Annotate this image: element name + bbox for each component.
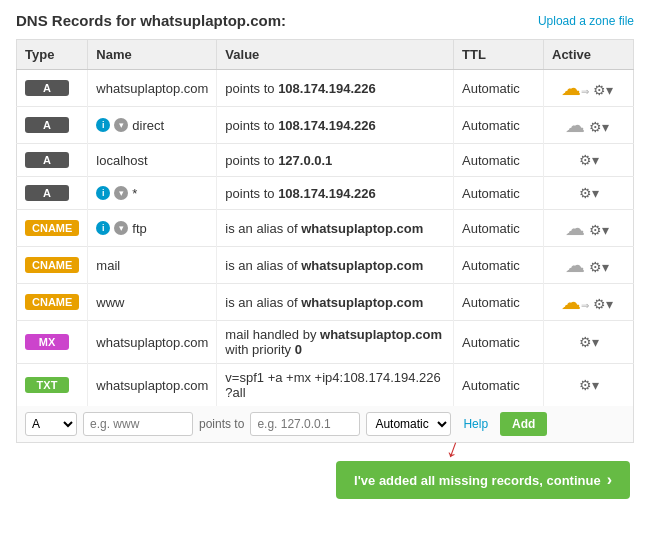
name-value: ftp	[132, 221, 146, 236]
expand-icon[interactable]: ▾	[114, 221, 128, 235]
name-cell-inner: whatsuplaptop.com	[96, 81, 208, 96]
cell-ttl: Automatic	[454, 70, 544, 107]
name-value: direct	[132, 118, 164, 133]
settings-button[interactable]: ⚙▾	[589, 294, 617, 314]
cell-active: ☁⚙▾	[544, 210, 634, 247]
cell-ttl: Automatic	[454, 247, 544, 284]
info-icon[interactable]: i	[96, 221, 110, 235]
type-badge: CNAME	[25, 220, 79, 236]
points-to-label: points to	[199, 417, 244, 431]
cloud-inactive-icon[interactable]: ☁	[565, 216, 585, 240]
name-cell-inner: www	[96, 295, 208, 310]
cloud-inactive-icon[interactable]: ☁	[565, 253, 585, 277]
settings-button[interactable]: ⚙▾	[585, 220, 613, 240]
upload-zone-link[interactable]: Upload a zone file	[538, 14, 634, 28]
col-header-name: Name	[88, 40, 217, 70]
cell-ttl: Automatic	[454, 177, 544, 210]
add-row-inner: A CNAME MX TXT points to Automatic ▾ 2 m…	[25, 412, 625, 436]
ttl-select[interactable]: Automatic ▾ 2 min 5 min	[366, 412, 451, 436]
name-cell-inner: mail	[96, 258, 208, 273]
value-line2: with priority 0	[225, 342, 445, 357]
table-row: Ai▾directpoints to 108.174.194.226Automa…	[17, 107, 634, 144]
value-text: points to 108.174.194.226	[225, 81, 375, 96]
settings-button[interactable]: ⚙▾	[575, 332, 603, 352]
cell-type: A	[17, 70, 88, 107]
cell-active: ☁⇒⚙▾	[544, 284, 634, 321]
cloud-active-icon[interactable]: ☁	[561, 76, 581, 100]
continue-arrow-icon: ›	[607, 471, 612, 489]
settings-button[interactable]: ⚙▾	[575, 150, 603, 170]
name-value: whatsuplaptop.com	[96, 81, 208, 96]
settings-button[interactable]: ⚙▾	[585, 257, 613, 277]
table-row: CNAMEi▾ftpis an alias of whatsuplaptop.c…	[17, 210, 634, 247]
cell-name: i▾direct	[88, 107, 217, 144]
cell-name: mail	[88, 247, 217, 284]
type-badge: A	[25, 117, 69, 133]
cell-type: A	[17, 177, 88, 210]
dns-table: Type Name Value TTL Active Awhatsuplapto…	[16, 39, 634, 443]
type-badge: MX	[25, 334, 69, 350]
value-text: points to 127.0.0.1	[225, 153, 332, 168]
cell-name: whatsuplaptop.com	[88, 321, 217, 364]
type-select[interactable]: A CNAME MX TXT	[25, 412, 77, 436]
continue-label: I've added all missing records, continue	[354, 473, 601, 488]
continue-button[interactable]: I've added all missing records, continue…	[336, 461, 630, 499]
cell-active: ⚙▾	[544, 321, 634, 364]
table-row: Alocalhostpoints to 127.0.0.1Automatic⚙▾	[17, 144, 634, 177]
name-value: whatsuplaptop.com	[96, 378, 208, 393]
settings-button[interactable]: ⚙▾	[575, 375, 603, 395]
cell-ttl: Automatic	[454, 210, 544, 247]
value-bold: 108.174.194.226	[278, 118, 376, 133]
value-bold: whatsuplaptop.com	[301, 258, 423, 273]
cell-value: mail handled by whatsuplaptop.comwith pr…	[217, 321, 454, 364]
cell-active: ⚙▾	[544, 144, 634, 177]
col-header-value: Value	[217, 40, 454, 70]
add-button[interactable]: Add	[500, 412, 547, 436]
value-text: is an alias of whatsuplaptop.com	[225, 221, 423, 236]
expand-icon[interactable]: ▾	[114, 118, 128, 132]
cell-type: CNAME	[17, 210, 88, 247]
cell-name: whatsuplaptop.com	[88, 364, 217, 407]
settings-button[interactable]: ⚙▾	[589, 80, 617, 100]
cell-value: points to 108.174.194.226	[217, 70, 454, 107]
info-icon[interactable]: i	[96, 186, 110, 200]
value-plain: v=spf1 +a +mx +ip4:108.174.194.226 ?all	[225, 370, 440, 400]
value-bold: whatsuplaptop.com	[301, 295, 423, 310]
type-badge: A	[25, 152, 69, 168]
value-input[interactable]	[250, 412, 360, 436]
arrow-through-icon: ⇒	[581, 86, 589, 97]
add-record-row: A CNAME MX TXT points to Automatic ▾ 2 m…	[17, 406, 634, 443]
value-bold: 127.0.0.1	[278, 153, 332, 168]
cell-active: ☁⇒⚙▾	[544, 70, 634, 107]
page-title: DNS Records for whatsuplaptop.com:	[16, 12, 286, 29]
cell-name: i▾*	[88, 177, 217, 210]
cell-value: is an alias of whatsuplaptop.com	[217, 247, 454, 284]
value-text: points to 108.174.194.226	[225, 118, 375, 133]
value-bold: whatsuplaptop.com	[320, 327, 442, 342]
name-cell-inner: i▾ftp	[96, 221, 208, 236]
cell-type: CNAME	[17, 247, 88, 284]
type-badge: CNAME	[25, 294, 79, 310]
cell-active: ⚙▾	[544, 177, 634, 210]
cell-type: TXT	[17, 364, 88, 407]
value-bold: 108.174.194.226	[278, 186, 376, 201]
settings-button[interactable]: ⚙▾	[585, 117, 613, 137]
type-badge: A	[25, 80, 69, 96]
settings-button[interactable]: ⚙▾	[575, 183, 603, 203]
cloud-active-icon[interactable]: ☁	[561, 290, 581, 314]
cell-ttl: Automatic	[454, 144, 544, 177]
info-icon[interactable]: i	[96, 118, 110, 132]
cloud-inactive-icon[interactable]: ☁	[565, 113, 585, 137]
expand-icon[interactable]: ▾	[114, 186, 128, 200]
table-row: Ai▾*points to 108.174.194.226Automatic⚙▾	[17, 177, 634, 210]
type-badge: A	[25, 185, 69, 201]
col-header-active: Active	[544, 40, 634, 70]
cell-ttl: Automatic	[454, 107, 544, 144]
name-input[interactable]	[83, 412, 193, 436]
cell-type: A	[17, 107, 88, 144]
help-button[interactable]: Help	[457, 413, 494, 435]
table-row: Awhatsuplaptop.compoints to 108.174.194.…	[17, 70, 634, 107]
value-bold: whatsuplaptop.com	[301, 221, 423, 236]
cell-ttl: Automatic	[454, 364, 544, 407]
main-container: DNS Records for whatsuplaptop.com: Uploa…	[0, 0, 650, 558]
